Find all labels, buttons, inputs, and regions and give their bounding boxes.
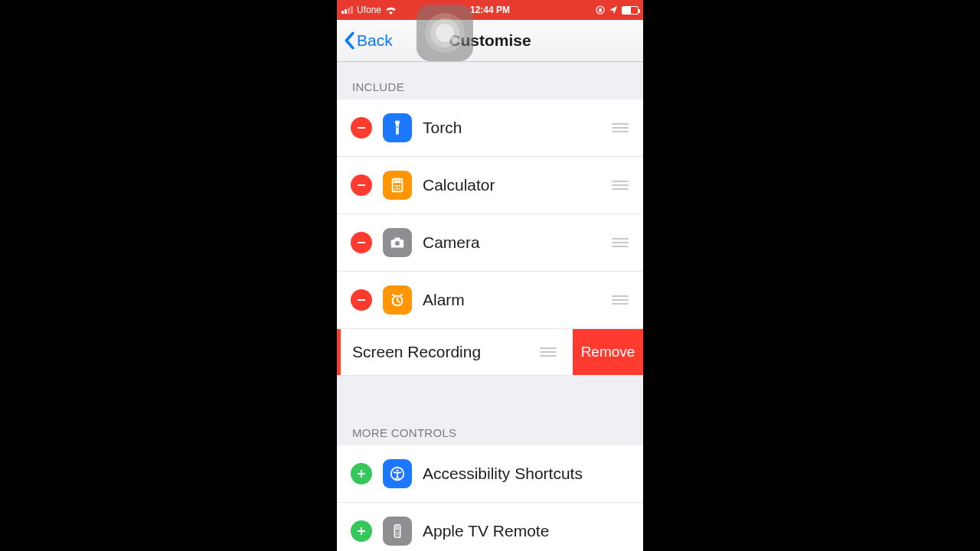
swipe-edge-indicator: [337, 329, 341, 375]
svg-rect-1: [358, 127, 365, 129]
row-label: Apple TV Remote: [423, 522, 631, 540]
svg-rect-22: [396, 526, 400, 530]
row-label: Camera: [423, 233, 609, 252]
svg-point-8: [394, 187, 396, 189]
section-gap: [337, 376, 643, 408]
add-circle-button[interactable]: [351, 520, 372, 542]
row-camera[interactable]: Camera: [337, 214, 643, 272]
row-apple-tv-remote[interactable]: Apple TV Remote: [337, 503, 643, 551]
svg-rect-20: [361, 527, 362, 535]
svg-rect-2: [358, 184, 365, 186]
calculator-icon: [383, 171, 412, 200]
battery-icon: [622, 6, 639, 15]
add-circle-button[interactable]: [351, 463, 372, 484]
content-scroll[interactable]: Include Torch Calculator: [337, 62, 643, 551]
remove-circle-button[interactable]: [351, 117, 372, 139]
row-label: Calculator: [423, 176, 609, 194]
assistive-touch-button[interactable]: [416, 5, 473, 61]
status-bar: Ufone 12:44 PM: [337, 0, 643, 20]
status-time: 12:44 PM: [337, 5, 643, 15]
svg-point-25: [396, 534, 397, 536]
remove-circle-button[interactable]: [351, 232, 372, 253]
svg-point-24: [397, 532, 399, 533]
drag-handle-icon[interactable]: [609, 295, 631, 305]
svg-rect-11: [358, 242, 365, 243]
drag-handle-icon[interactable]: [609, 181, 631, 190]
accessibility-icon: [383, 459, 412, 488]
drag-handle-icon[interactable]: [609, 238, 631, 247]
svg-point-23: [396, 532, 397, 533]
torch-icon: [383, 113, 412, 142]
remove-circle-button[interactable]: [351, 174, 372, 196]
drag-handle-icon[interactable]: [537, 347, 559, 357]
svg-point-5: [394, 185, 396, 187]
alarm-icon: [383, 285, 412, 315]
drag-handle-icon[interactable]: [609, 123, 631, 132]
row-label: Accessibility Shortcuts: [423, 465, 631, 483]
row-label: Torch: [423, 119, 609, 137]
row-alarm[interactable]: Alarm: [337, 272, 643, 329]
row-label: Screen Recording: [352, 343, 537, 361]
svg-point-26: [397, 534, 399, 536]
section-header-include: Include: [337, 62, 643, 99]
row-accessibility-shortcuts[interactable]: Accessibility Shortcuts: [337, 445, 643, 503]
remove-action-button[interactable]: Remove: [573, 329, 643, 375]
remove-circle-button[interactable]: [351, 289, 372, 311]
remote-icon: [383, 517, 412, 546]
phone-frame: Ufone 12:44 PM Back Customise Include: [337, 0, 643, 551]
svg-rect-13: [358, 299, 365, 301]
row-calculator[interactable]: Calculator: [337, 157, 643, 214]
svg-point-12: [395, 241, 400, 246]
svg-point-9: [397, 187, 398, 189]
nav-bar: Back Customise: [337, 20, 643, 62]
section-header-more: More Controls: [337, 408, 643, 445]
row-label: Alarm: [423, 291, 609, 309]
row-screen-recording[interactable]: Screen Recording Remove: [337, 329, 643, 376]
svg-rect-4: [394, 181, 400, 184]
svg-point-10: [399, 187, 400, 189]
svg-rect-16: [361, 470, 362, 478]
row-torch[interactable]: Torch: [337, 99, 643, 157]
svg-point-18: [397, 469, 399, 471]
camera-icon: [383, 228, 412, 257]
svg-point-7: [399, 185, 400, 187]
back-label: Back: [357, 31, 393, 50]
svg-point-6: [397, 185, 398, 187]
back-button[interactable]: Back: [343, 31, 393, 50]
